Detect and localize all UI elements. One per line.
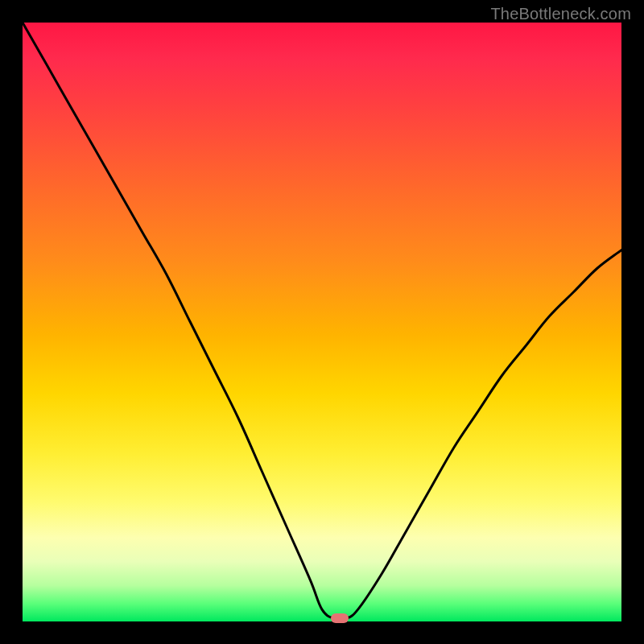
- plot-area: [23, 23, 621, 621]
- chart-stage: TheBottleneck.com: [0, 0, 644, 644]
- optimal-marker: [331, 613, 349, 623]
- curve-path: [23, 23, 621, 620]
- bottleneck-curve: [23, 23, 621, 621]
- watermark-text: TheBottleneck.com: [490, 5, 631, 23]
